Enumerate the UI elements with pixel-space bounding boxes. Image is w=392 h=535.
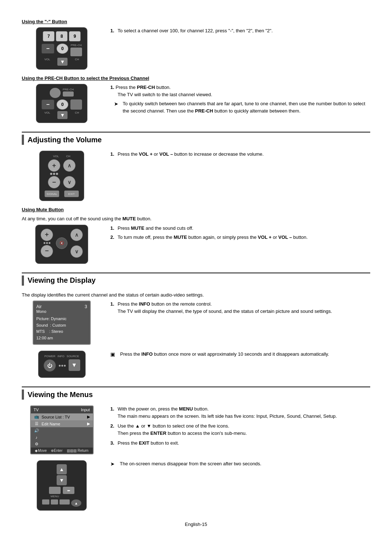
ch-up-btn2: ∧ xyxy=(70,229,83,241)
note-icon: ▣ xyxy=(110,351,115,358)
tv-display-box: Air 3 Mono Picture: Dynamic Sound : Cust… xyxy=(22,301,102,345)
menu-icon-setup: ⚙ xyxy=(34,442,40,446)
power-info-row: ⏻ ▼ xyxy=(44,359,80,372)
prech-content: PRE-CH − 0 VOL ▼ CH xyxy=(22,84,370,123)
vol-minus-btn2: − xyxy=(41,245,53,257)
volume-content: VOL CH + − ∧ ∨ xyxy=(22,151,370,201)
label-vol: VOL xyxy=(44,58,50,66)
menu-row-music: ♪ xyxy=(31,434,93,441)
menus-note-text: ➤ The on-screen menus disappear from the… xyxy=(110,460,370,470)
dot5 xyxy=(46,242,48,244)
power-btn: ⏻ xyxy=(44,359,56,372)
step-text: Press the VOL + or VOL – button to incre… xyxy=(118,151,264,158)
step-text: Press MUTE and the sound cuts off. xyxy=(118,225,193,232)
exit-label: EXIT xyxy=(64,191,79,197)
display-section-title: Viewing the Display xyxy=(28,276,95,285)
label-ch3: CH xyxy=(66,155,70,158)
step-sub: Then press the ENTER button to access th… xyxy=(118,430,247,436)
key-minus: − xyxy=(41,44,54,54)
nav-up3: ▲ xyxy=(57,464,67,474)
key-ch-btn xyxy=(70,99,82,110)
step-num: 3. xyxy=(110,440,115,447)
remote-diagram-mute: + − 🔇 ∧ ∨ xyxy=(35,225,88,264)
dot6 xyxy=(49,242,50,244)
prech-diagram: PRE-CH − 0 VOL ▼ CH xyxy=(22,84,102,123)
display-note-text: ▣ Press the INFO button once more or wai… xyxy=(110,351,370,360)
power-label: POWER xyxy=(44,355,55,358)
info-label: INFO xyxy=(57,355,64,358)
label-ch: CH xyxy=(75,58,79,66)
section-bar2 xyxy=(22,275,24,286)
note-icon2: ➤ xyxy=(110,460,115,468)
source-label: SOURCE xyxy=(67,355,79,358)
prech-title: Using the PRE-CH Button to select the Pr… xyxy=(22,75,370,81)
step-text: To select a channel over 100, for channe… xyxy=(118,27,273,34)
menu-bottom-row: ▲ xyxy=(42,499,81,507)
mute-diagram: + − 🔇 ∧ ∨ xyxy=(22,225,102,264)
mts-setting: MTS : Stereo xyxy=(36,328,87,335)
menu-remote-top: ▲ ▼ xyxy=(42,464,81,485)
return-btn: ⬅ xyxy=(63,487,74,494)
step-num: 2. xyxy=(110,422,115,437)
label-prech2: PRE-CH xyxy=(63,88,74,91)
step-num: 1. xyxy=(110,405,115,420)
display-note: ▣ Press the INFO button once more or wai… xyxy=(110,351,370,358)
minus-button-section: Using the "-" Button 7 8 9 − 0 PRE-CH xyxy=(22,19,370,70)
return-btn-label: ⬅ xyxy=(63,487,74,498)
section-bar xyxy=(22,135,24,145)
display-step-1: 1. Press the INFO button on the remote c… xyxy=(110,301,370,315)
menu-footer: ◆Move ⊕Enter ▥▥▥ Return xyxy=(31,448,93,454)
volume-section-title: Adjusting the Volume xyxy=(28,136,102,144)
menu-icon-sound: 🔊 xyxy=(34,428,40,433)
display-step-1-text: 1. Press the INFO button on the remote c… xyxy=(110,301,370,317)
step-num: 1. xyxy=(110,85,114,90)
dot3 xyxy=(56,173,58,175)
key-minus2: − xyxy=(41,99,54,110)
minus-step-1: 1. To select a channel over 100, for cha… xyxy=(110,27,370,34)
display-content-2: POWER INFO SOURCE ⏻ ▼ ▣ Press the INFO b… xyxy=(22,351,370,378)
mute-dots xyxy=(44,242,50,244)
step-sub: The TV will switch to the last channel v… xyxy=(118,92,212,97)
remote-diagram-volume: VOL CH + − ∧ ∨ xyxy=(39,151,84,201)
key-9: 9 xyxy=(69,31,81,41)
step-num: 1. xyxy=(110,27,115,34)
step-num: 1. xyxy=(110,301,115,315)
volume-diagram: VOL CH + − ∧ ∨ xyxy=(22,151,102,201)
key-prech2 xyxy=(63,91,74,97)
menu-row-edit: ☰ Edit Name ▶ xyxy=(31,420,93,427)
info-remote-diagram: POWER INFO SOURCE ⏻ ▼ xyxy=(22,351,102,378)
menu-move: ◆Move xyxy=(35,449,46,453)
dot2 xyxy=(53,173,55,175)
signal-label: SIGNAL xyxy=(45,191,59,197)
ch-down-btn2: ∨ xyxy=(70,245,83,258)
menus-step-1: 1. With the power on, press the MENU but… xyxy=(110,405,370,420)
tv-screen: Air 3 Mono Picture: Dynamic Sound : Cust… xyxy=(33,301,91,345)
enter-btn: ▲ xyxy=(71,499,81,507)
menu-header-right: Input xyxy=(81,408,90,412)
channel-line: Air 3 xyxy=(36,304,87,309)
volume-section-header: Adjusting the Volume xyxy=(22,132,370,145)
nav-arrow-down: ▼ xyxy=(57,58,68,66)
spacer xyxy=(68,173,70,175)
display-content-1: Air 3 Mono Picture: Dynamic Sound : Cust… xyxy=(22,301,370,345)
mute-btn: 🔇 xyxy=(56,237,68,249)
menu-return: ▥▥▥ Return xyxy=(67,449,89,453)
menu-header-left: TV xyxy=(34,408,39,412)
menu-remote-labels: MENU ⬅ xyxy=(42,487,81,498)
note-text: Press the INFO button once more or wait … xyxy=(120,351,329,358)
key-0: 0 xyxy=(57,44,68,54)
settings-text: Picture: Dynamic Sound : Custom MTS : St… xyxy=(36,316,87,341)
channel-type: Air xyxy=(36,304,42,309)
info-dots xyxy=(59,359,66,372)
nav-down3: ▼ xyxy=(57,475,67,485)
menu-icon-edit: ☰ xyxy=(34,421,40,426)
step-text: Press the PRE-CH button. xyxy=(115,85,171,90)
step-text: To turn mute off, press the MUTE button … xyxy=(118,234,308,241)
step-num: 2. xyxy=(110,234,115,241)
menus-step-2: 2. Use the ▲ or ▼ button to select one o… xyxy=(110,422,370,437)
btn-sq2 xyxy=(51,499,58,505)
menu-enter: ⊕Enter xyxy=(51,449,62,453)
mute-content: + − 🔇 ∧ ∨ xyxy=(22,225,370,264)
section-bar3 xyxy=(22,389,24,400)
prech-step-1: 1. Press the PRE-CH button. The TV will … xyxy=(110,84,370,117)
